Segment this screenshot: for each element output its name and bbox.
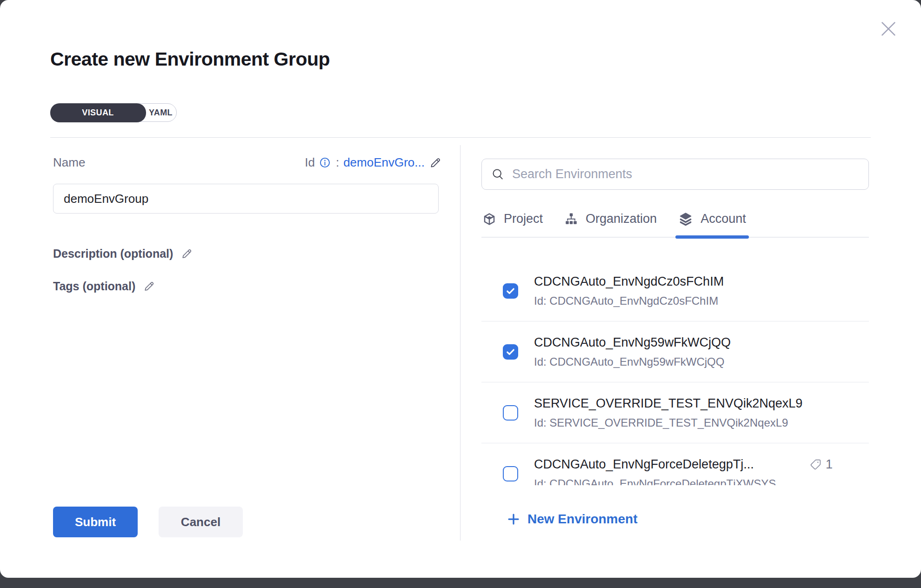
environment-checkbox[interactable] xyxy=(503,466,518,481)
environment-checkbox[interactable] xyxy=(503,344,518,360)
environment-text: SERVICE_OVERRIDE_TEST_ENVQik2NqexL9 Id: … xyxy=(534,396,802,429)
environment-name: CDCNGAuto_EnvNgForceDeletegpTj... xyxy=(534,457,776,472)
search-input[interactable] xyxy=(512,167,859,181)
environment-name: CDCNGAuto_EnvNg59wFkWCjQQ xyxy=(534,335,731,350)
submit-button[interactable]: Submit xyxy=(53,507,138,537)
environment-checkbox[interactable] xyxy=(503,405,518,421)
search-box xyxy=(481,159,869,190)
id-colon: : xyxy=(336,155,339,170)
environment-row[interactable]: CDCNGAuto_EnvNgForceDeletegpTj... Id: CD… xyxy=(481,443,869,485)
environment-id: Id: CDCNGAuto_EnvNgForceDeletegpTjXWSYS xyxy=(534,477,776,485)
plus-icon xyxy=(507,512,521,526)
name-id-row: Name Id : demoEnvGro... xyxy=(53,155,442,170)
close-button[interactable] xyxy=(876,17,901,41)
cube-icon xyxy=(482,212,496,226)
close-icon xyxy=(878,18,899,40)
tags-row: Tags (optional) xyxy=(53,280,155,293)
new-environment-button[interactable]: New Environment xyxy=(507,512,637,527)
scope-tabs: Project Organization xyxy=(481,201,869,238)
search-icon xyxy=(491,167,505,181)
page-title: Create new Environment Group xyxy=(50,48,330,70)
environment-id: Id: SERVICE_OVERRIDE_TEST_ENVQik2NqexL9 xyxy=(534,416,802,429)
environment-checkbox[interactable] xyxy=(503,283,518,299)
tab-organization-label: Organization xyxy=(586,212,657,226)
description-label: Description (optional) xyxy=(53,247,173,261)
cancel-button[interactable]: Cancel xyxy=(159,507,243,537)
name-label: Name xyxy=(53,155,85,170)
environment-text: CDCNGAuto_EnvNgForceDeletegpTj... Id: CD… xyxy=(534,457,776,485)
edit-tags-pencil-icon[interactable] xyxy=(143,280,155,293)
identifier-group: Id : demoEnvGro... xyxy=(305,155,442,170)
environment-id: Id: CDCNGAuto_EnvNg59wFkWCjQQ xyxy=(534,355,731,368)
toggle-visual[interactable]: VISUAL xyxy=(50,103,146,122)
environment-row[interactable]: CDCNGAuto_EnvNg59wFkWCjQQ Id: CDCNGAuto_… xyxy=(481,321,869,382)
environment-id: Id: CDCNGAuto_EnvNgdCz0sFChIM xyxy=(534,294,724,307)
tab-organization[interactable]: Organization xyxy=(564,201,657,237)
tag-count-badge: 1 xyxy=(809,457,833,472)
sitemap-icon xyxy=(564,212,578,226)
environment-text: CDCNGAuto_EnvNg59wFkWCjQQ Id: CDCNGAuto_… xyxy=(534,335,731,368)
tag-count: 1 xyxy=(826,457,833,472)
new-environment-label: New Environment xyxy=(527,512,637,527)
tags-label: Tags (optional) xyxy=(53,280,135,293)
visual-yaml-toggle: VISUAL YAML xyxy=(50,103,177,122)
environment-list: CDCNGAuto_EnvNgdCz0sFChIM Id: CDCNGAuto_… xyxy=(481,238,869,485)
tab-project-label: Project xyxy=(504,212,543,226)
environments-panel: Project Organization xyxy=(481,159,869,485)
environment-name: CDCNGAuto_EnvNgdCz0sFChIM xyxy=(534,274,724,289)
environment-text: CDCNGAuto_EnvNgdCz0sFChIM Id: CDCNGAuto_… xyxy=(534,274,724,307)
toggle-yaml[interactable]: YAML xyxy=(145,104,176,121)
layers-icon xyxy=(678,212,693,227)
edit-id-pencil-icon[interactable] xyxy=(429,156,442,169)
id-label: Id xyxy=(305,155,315,170)
create-environment-group-dialog: Create new Environment Group VISUAL YAML… xyxy=(0,0,921,578)
id-value: demoEnvGro... xyxy=(343,155,425,170)
environment-name: SERVICE_OVERRIDE_TEST_ENVQik2NqexL9 xyxy=(534,396,802,411)
edit-description-pencil-icon[interactable] xyxy=(180,247,193,260)
name-input[interactable] xyxy=(53,184,439,214)
header-divider xyxy=(50,137,871,138)
info-icon[interactable] xyxy=(319,157,331,168)
tag-icon xyxy=(809,458,822,471)
tab-project[interactable]: Project xyxy=(482,201,543,237)
form-panel-divider xyxy=(460,145,460,541)
tab-account[interactable]: Account xyxy=(678,201,746,237)
environment-row[interactable]: CDCNGAuto_EnvNgdCz0sFChIM Id: CDCNGAuto_… xyxy=(481,261,869,321)
description-row: Description (optional) xyxy=(53,247,193,261)
environment-row[interactable]: SERVICE_OVERRIDE_TEST_ENVQik2NqexL9 Id: … xyxy=(481,382,869,443)
tab-account-label: Account xyxy=(701,212,746,226)
